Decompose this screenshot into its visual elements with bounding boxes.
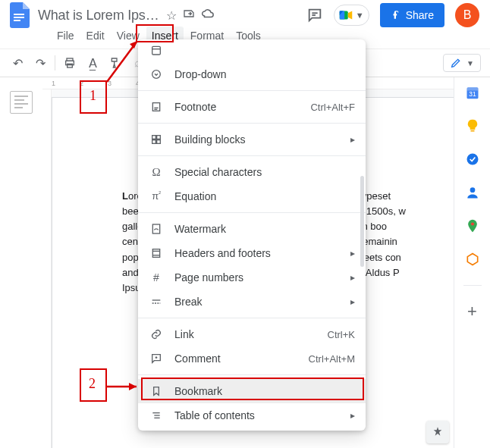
svg-point-14 — [466, 154, 478, 165]
redo-button[interactable]: ↷ — [30, 53, 50, 73]
menu-shortcut: Ctrl+Alt+M — [309, 353, 355, 365]
menu-item-building-blocks[interactable]: Building blocks▸ — [138, 127, 366, 152]
svg-rect-2 — [14, 20, 20, 21]
link-icon — [149, 327, 164, 342]
comment-history-icon[interactable] — [306, 7, 323, 23]
menu-item-watermark[interactable]: Watermark — [138, 217, 366, 241]
svg-marker-39 — [130, 41, 137, 49]
submenu-arrow-icon: ▸ — [350, 248, 355, 258]
annotation-step1: 1 — [90, 88, 96, 104]
menu-item-comment[interactable]: CommentCtrl+Alt+M — [138, 346, 366, 371]
menu-item-break[interactable]: Break▸ — [138, 290, 366, 314]
date-icon — [149, 42, 164, 58]
left-rail — [0, 77, 42, 448]
spellcheck-button[interactable]: A̲ — [83, 53, 102, 73]
menu-shortcut: Ctrl+Alt+F — [310, 102, 355, 113]
vertical-ruler[interactable] — [42, 89, 52, 448]
menu-item-label: Drop-down — [174, 68, 355, 80]
svg-rect-1 — [14, 17, 24, 18]
keep-icon[interactable] — [465, 118, 480, 133]
dropdown-icon — [149, 67, 164, 82]
maps-icon[interactable] — [465, 218, 480, 233]
explore-button[interactable] — [426, 421, 449, 443]
annotation-arrow-2 — [105, 379, 144, 394]
submenu-arrow-icon: ▸ — [350, 410, 355, 421]
footnote-icon — [149, 99, 164, 114]
menu-item-drop-down[interactable]: Drop-down — [138, 62, 366, 86]
blocks-icon — [149, 132, 164, 147]
svg-point-16 — [470, 222, 473, 225]
menu-scrollbar[interactable] — [360, 176, 364, 267]
print-button[interactable] — [60, 53, 80, 73]
menu-item-label: Table of contents — [174, 409, 350, 421]
contacts-icon[interactable] — [465, 185, 480, 200]
insert-menu-panel: Drop-downFootnoteCtrl+Alt+FBuilding bloc… — [138, 39, 366, 431]
titlebar: What is Lorem Ips… ☆ ▼ Share B — [0, 0, 490, 27]
annotation-arrow-1 — [104, 35, 145, 85]
svg-marker-41 — [129, 383, 137, 390]
break-icon — [149, 294, 164, 309]
menu-item-label: Building blocks — [174, 133, 350, 146]
menu-item-label: Footnote — [174, 101, 310, 113]
svg-point-19 — [152, 70, 161, 79]
menu-item-label: Comment — [174, 352, 309, 365]
undo-button[interactable]: ↶ — [8, 53, 27, 73]
svg-rect-25 — [152, 140, 156, 144]
svg-point-15 — [470, 187, 475, 193]
svg-rect-13 — [470, 130, 474, 132]
menu-item-label: Page numbers — [174, 271, 350, 284]
menu-item-label: Watermark — [174, 223, 355, 235]
svg-text:31: 31 — [469, 90, 476, 98]
menu-shortcut: Ctrl+K — [328, 329, 355, 340]
toc-icon — [149, 408, 164, 423]
menu-item-footnote[interactable]: FootnoteCtrl+Alt+F — [138, 95, 366, 119]
chevron-down-icon: ▼ — [356, 11, 364, 20]
watermark-icon — [149, 221, 164, 237]
svg-rect-28 — [152, 249, 159, 258]
headers-icon — [149, 246, 164, 261]
avatar[interactable]: B — [455, 3, 479, 27]
svg-rect-26 — [157, 140, 161, 144]
menu-item-special-characters[interactable]: ΩSpecial characters — [138, 160, 366, 184]
menu-item-label: Break — [174, 296, 350, 308]
svg-line-38 — [107, 41, 137, 82]
meet-button[interactable]: ▼ — [334, 5, 369, 26]
submenu-arrow-icon: ▸ — [350, 296, 355, 307]
document-title[interactable]: What is Lorem Ips… — [33, 6, 163, 25]
move-icon[interactable] — [183, 8, 195, 23]
menu-item-label: Link — [174, 328, 328, 340]
menu-item-table-of-contents[interactable]: Table of contents▸ — [138, 403, 366, 428]
menu-item-page-numbers[interactable]: #Page numbers▸ — [138, 265, 366, 290]
addon-icon[interactable] — [465, 252, 480, 267]
add-addon-icon[interactable]: + — [465, 304, 480, 319]
pagenum-icon: # — [149, 270, 164, 285]
menu-file[interactable]: File — [52, 27, 80, 45]
side-panel: 31 + — [454, 77, 490, 448]
star-icon[interactable]: ☆ — [166, 8, 177, 23]
svg-rect-0 — [14, 14, 24, 15]
menu-item-date[interactable] — [138, 42, 366, 62]
submenu-arrow-icon: ▸ — [350, 134, 355, 145]
share-label: Share — [406, 9, 434, 21]
chevron-down-icon: ▼ — [466, 59, 474, 67]
menu-item-label: Headers and footers — [174, 247, 350, 259]
menu-item-equation[interactable]: π²Equation — [138, 184, 366, 208]
annotation-box-2 — [141, 378, 364, 400]
menu-item-label: Special characters — [174, 166, 355, 178]
menu-item-headers-and-footers[interactable]: Headers and footers▸ — [138, 241, 366, 265]
tasks-icon[interactable] — [465, 152, 480, 167]
annotation-step2: 2 — [89, 376, 96, 392]
omega-icon: Ω — [149, 164, 164, 180]
submenu-arrow-icon: ▸ — [350, 272, 355, 283]
share-button[interactable]: Share — [380, 3, 444, 27]
menu-item-label: Equation — [174, 190, 355, 202]
svg-rect-23 — [152, 136, 156, 139]
svg-rect-24 — [157, 136, 161, 139]
outline-toggle-icon[interactable] — [10, 91, 33, 114]
calendar-icon[interactable]: 31 — [465, 85, 480, 100]
comment-icon — [149, 351, 164, 366]
cloud-status-icon[interactable] — [201, 7, 215, 23]
docs-logo-icon[interactable] — [6, 2, 33, 29]
menu-item-link[interactable]: LinkCtrl+K — [138, 322, 366, 346]
editing-mode-button[interactable]: ▼ — [443, 54, 481, 72]
